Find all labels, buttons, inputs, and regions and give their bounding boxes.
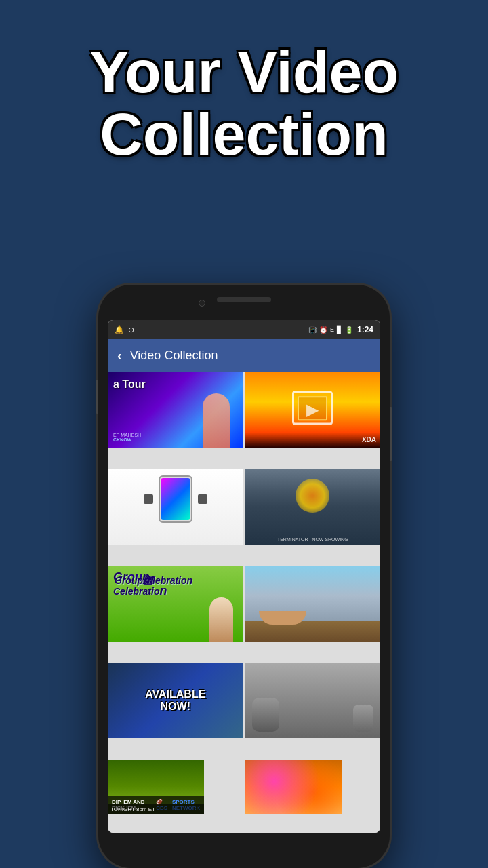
video-thumb-6[interactable]: [245, 566, 381, 642]
volume-button: [96, 380, 98, 414]
person-figure: [203, 393, 230, 448]
status-right-icons: 📳 ⏰ E ▊ 🔋 1:24: [308, 325, 373, 334]
terminator-label: TERMINATOR · NOW SHOWING: [277, 537, 348, 542]
time-display: 1:24: [357, 325, 373, 334]
video-thumb-3[interactable]: [108, 469, 243, 545]
video-thumb-9[interactable]: DIP 'EM AND PICK 'EM | 🏈CBS SPORTSNETWOR…: [108, 760, 204, 814]
thumb1-sub: EP MAHESH CKNOW: [113, 433, 141, 442]
signal-bars-icon: ▊: [337, 326, 342, 334]
back-button[interactable]: ‹: [117, 348, 122, 363]
signal-icon: 📳: [308, 326, 317, 334]
status-left-icons: 🔔 ⊙: [115, 326, 134, 334]
video-thumb-4[interactable]: TERMINATOR · NOW SHOWING: [245, 469, 381, 545]
power-button: [390, 407, 392, 461]
vibrate-icon: 🔔: [115, 326, 124, 334]
toolbar-title: Video Collection: [130, 349, 218, 363]
phone-screen: 🔔 ⊙ 📳 ⏰ E ▊ 🔋 1:24 ‹ Video Collection: [108, 320, 380, 833]
hero-title: Your Video Collection: [0, 41, 488, 166]
phone-frame: 🔔 ⊙ 📳 ⏰ E ▊ 🔋 1:24 ‹ Video Collection: [98, 285, 390, 868]
alarm-icon: ⏰: [319, 326, 327, 334]
video-thumb-10[interactable]: [245, 760, 342, 814]
phone-speaker: [217, 297, 271, 302]
phone-device: 🔔 ⊙ 📳 ⏰ E ▊ 🔋 1:24 ‹ Video Collection: [98, 285, 390, 868]
status-bar: 🔔 ⊙ 📳 ⏰ E ▊ 🔋 1:24: [108, 320, 380, 339]
phone-camera: [199, 300, 205, 307]
xda-label: XDA: [362, 436, 376, 443]
video-thumb-5[interactable]: Group Celebration: [108, 566, 243, 642]
video-thumb-7[interactable]: AVAILABLE NOW!: [108, 663, 243, 738]
video-thumb-2[interactable]: XDA: [245, 372, 381, 448]
tonight-label: TONIGHT 8pm ET: [108, 804, 204, 814]
battery-icon: 🔋: [345, 326, 353, 334]
wifi-icon: ⊙: [128, 326, 134, 334]
app-toolbar: ‹ Video Collection: [108, 339, 380, 372]
video-thumb-1[interactable]: EP MAHESH CKNOW: [108, 372, 243, 448]
network-icon: E: [330, 326, 334, 333]
available-text: AVAILABLE NOW!: [145, 689, 205, 713]
video-thumb-8[interactable]: [245, 663, 381, 738]
video-grid: EP MAHESH CKNOW XDA: [108, 372, 380, 833]
